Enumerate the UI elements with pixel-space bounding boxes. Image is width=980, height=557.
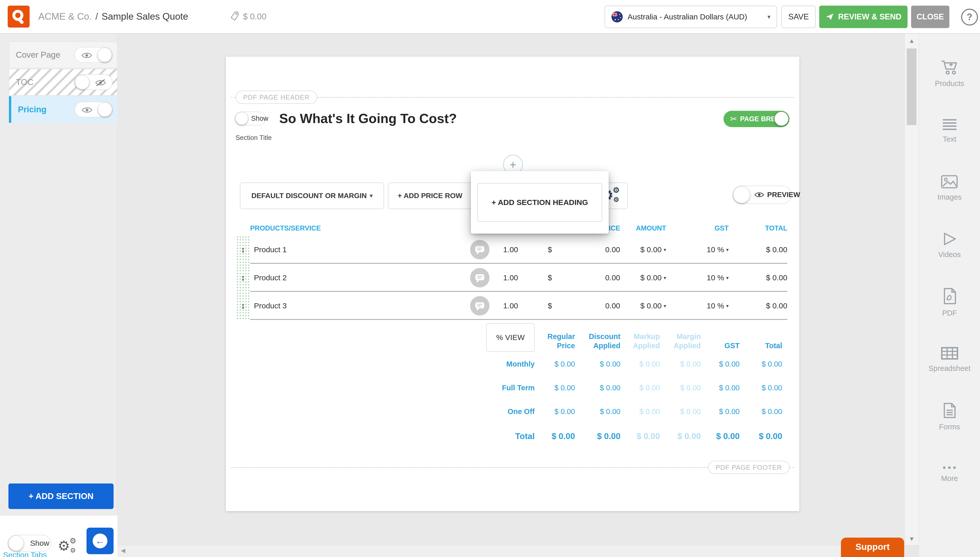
value: $ 0.00: [535, 384, 575, 392]
sidebar-item-cover-page[interactable]: Cover Page: [9, 42, 117, 68]
drag-updown-icon: ↕: [241, 301, 245, 311]
comment-bubble-icon[interactable]: [468, 296, 491, 316]
breadcrumb: ACME & Co. / Sample Sales Quote: [38, 0, 188, 33]
toggle-knob: [8, 536, 24, 551]
percent-view-button[interactable]: % VIEW: [486, 323, 535, 352]
pdf-page-footer-marker: PDF PAGE FOOTER: [231, 461, 794, 474]
value: $ 0.00: [701, 384, 739, 392]
value: $ 0.00: [621, 384, 660, 392]
add-section-button[interactable]: + ADD SECTION: [8, 484, 114, 509]
show-label: Show: [30, 539, 49, 547]
pdf-page-header-pill: PDF PAGE HEADER: [236, 91, 317, 104]
settings-gears-icon[interactable]: ⚙ ⚙ ⚙: [58, 536, 78, 557]
visibility-toggle[interactable]: [74, 47, 112, 63]
toolbox-item-images[interactable]: Images: [938, 159, 962, 217]
currency-label: Australia - Australian Dollars (AUD): [627, 13, 747, 21]
help-icon[interactable]: ?: [961, 9, 978, 26]
collapse-sidebar-button[interactable]: ←: [86, 528, 114, 554]
pdf-page-footer-pill: PDF PAGE FOOTER: [708, 461, 790, 474]
comment-bubble-icon[interactable]: [468, 240, 491, 260]
preview-toggle[interactable]: PREVIEW: [733, 186, 791, 204]
toggle-knob: [774, 111, 789, 126]
qty-cell[interactable]: 1.00: [491, 301, 518, 310]
default-discount-dropdown[interactable]: DEFAULT DISCOUNT OR MARGIN ▾: [240, 182, 384, 209]
section-tabs-show-toggle[interactable]: Show: [8, 535, 51, 552]
amount-value: $ 0.00: [640, 274, 661, 282]
product-name-cell[interactable]: Product 2: [250, 274, 468, 282]
amount-dropdown[interactable]: $ 0.00▾: [620, 274, 666, 282]
comment-bubble-icon[interactable]: [468, 268, 491, 288]
qty-cell[interactable]: 1.00: [491, 274, 518, 282]
gst-dropdown[interactable]: 10 %▾: [666, 301, 729, 310]
toolbox-item-forms[interactable]: Forms: [939, 388, 960, 445]
sidebar-item-toc[interactable]: TOC: [9, 69, 117, 96]
sidebar-footer: Show ⚙ ⚙ ⚙ ← Section Tabs: [0, 515, 117, 557]
value: $ 0.00: [535, 360, 575, 368]
add-price-row-button[interactable]: + ADD PRICE ROW: [388, 182, 472, 209]
price-cell[interactable]: 0.00: [555, 245, 620, 254]
table-row: ↕ Product 3 1.00 $ 0.00 $ 0.00▾ 10 %▾ $ …: [236, 292, 787, 320]
pdf-file-icon: [942, 287, 957, 305]
drag-handle[interactable]: ↕: [236, 236, 250, 264]
gst-dropdown[interactable]: 10 %▾: [666, 245, 729, 254]
toolbox-label: PDF: [942, 309, 957, 317]
add-section-heading-button[interactable]: + ADD SECTION HEADING: [477, 183, 602, 222]
price-cell[interactable]: 0.00: [555, 274, 620, 282]
drag-handle[interactable]: ↕: [236, 264, 250, 292]
company-name[interactable]: ACME & Co.: [38, 11, 92, 22]
close-button[interactable]: CLOSE: [911, 6, 949, 28]
amount-value: $ 0.00: [640, 301, 661, 310]
toolbox-item-spreadsheet[interactable]: Spreadsheet: [928, 331, 970, 388]
show-label: Show: [251, 115, 268, 122]
qty-cell[interactable]: 1.00: [491, 245, 518, 254]
chevron-down-icon: ▾: [726, 303, 729, 309]
currency-dropdown[interactable]: Australia - Australian Dollars (AUD) ▾: [605, 6, 777, 28]
title-show-toggle[interactable]: Show: [235, 112, 266, 125]
section-tabs-link[interactable]: Section Tabs: [3, 550, 47, 557]
australia-flag-icon: [611, 11, 623, 23]
vertical-scrollbar[interactable]: ▲ ▼: [904, 34, 919, 545]
page-title[interactable]: So What's It Going To Cost?: [279, 111, 457, 126]
gear-icon: ⚙: [613, 196, 619, 204]
row-total-cell: $ 0.00: [729, 274, 787, 282]
scroll-down-icon[interactable]: ▼: [905, 535, 919, 542]
toolbox-item-more[interactable]: More: [941, 445, 958, 502]
drag-updown-icon: ↕: [241, 245, 245, 254]
document-title[interactable]: Sample Sales Quote: [102, 11, 188, 22]
gst-dropdown[interactable]: 10 %▾: [666, 274, 729, 282]
price-cell[interactable]: 0.00: [555, 301, 620, 310]
save-button[interactable]: SAVE: [782, 6, 816, 28]
sidebar-item-pricing[interactable]: Pricing: [9, 96, 117, 123]
product-name-cell[interactable]: Product 3: [250, 301, 468, 310]
toolbox-item-pdf[interactable]: PDF: [942, 274, 957, 331]
toolbox-item-text[interactable]: Text: [941, 102, 958, 159]
app-logo[interactable]: [8, 6, 29, 28]
quotient-q-icon: [10, 8, 27, 25]
product-name-cell[interactable]: Product 1: [250, 245, 468, 254]
chevron-down-icon: ▾: [663, 275, 666, 281]
toolbox-item-videos[interactable]: Videos: [938, 217, 960, 274]
scroll-up-icon[interactable]: ▲: [905, 37, 919, 44]
table-grid-icon: [941, 346, 959, 360]
amount-dropdown[interactable]: $ 0.00▾: [620, 301, 666, 310]
section-label: Pricing: [18, 105, 46, 114]
price-tag-icon: [229, 10, 241, 23]
drag-updown-icon: ↕: [241, 273, 245, 283]
support-button[interactable]: Support: [841, 537, 904, 557]
drag-handle[interactable]: ↕: [236, 292, 250, 320]
ellipsis-icon: [941, 465, 957, 470]
page-break-toggle[interactable]: ✂ PAGE BREAK: [723, 111, 789, 127]
amount-dropdown[interactable]: $ 0.00▾: [620, 245, 666, 254]
review-send-button[interactable]: REVIEW & SEND: [819, 6, 907, 28]
scrollbar-thumb[interactable]: [907, 49, 917, 125]
horizontal-scrollbar[interactable]: ◀: [117, 545, 904, 557]
visibility-toggle[interactable]: [75, 102, 113, 117]
col-amount: AMOUNT: [620, 225, 666, 232]
toolbox-label: Videos: [938, 251, 960, 259]
toolbox-item-products[interactable]: Products: [935, 45, 964, 102]
value: $ 0.00: [701, 432, 739, 441]
visibility-toggle[interactable]: [74, 74, 112, 90]
scroll-left-icon[interactable]: ◀: [121, 547, 125, 554]
section-title-row: Show So What's It Going To Cost?: [235, 111, 457, 126]
eye-icon: [82, 106, 93, 114]
